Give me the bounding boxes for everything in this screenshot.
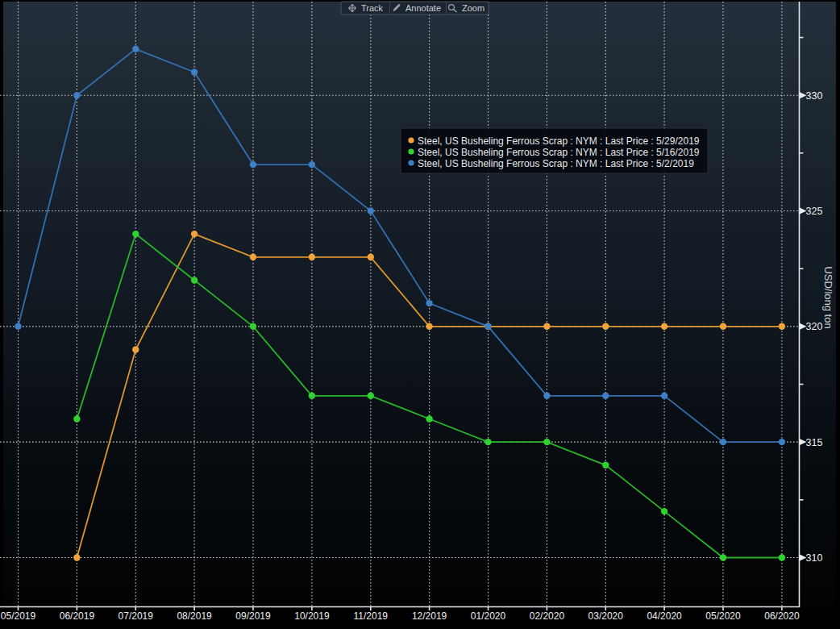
svg-text:06/2020: 06/2020 xyxy=(764,610,800,622)
svg-text:Track: Track xyxy=(361,3,384,13)
svg-text:320: 320 xyxy=(806,321,823,332)
svg-text:330: 330 xyxy=(806,90,823,102)
svg-text:09/2019: 09/2019 xyxy=(235,610,271,622)
svg-text:Annotate: Annotate xyxy=(405,3,441,13)
svg-text:03/2020: 03/2020 xyxy=(588,610,624,622)
svg-text:07/2019: 07/2019 xyxy=(119,610,154,622)
svg-text:08/2019: 08/2019 xyxy=(177,610,212,622)
svg-text:Steel, US Busheling Ferrous Sc: Steel, US Busheling Ferrous Scrap : NYM … xyxy=(418,147,700,158)
svg-text:12/2019: 12/2019 xyxy=(412,610,447,622)
svg-text:Steel, US Busheling Ferrous Sc: Steel, US Busheling Ferrous Scrap : NYM … xyxy=(418,135,700,147)
svg-text:05/2020: 05/2020 xyxy=(705,610,741,622)
svg-text:USD/long ton: USD/long ton xyxy=(822,266,834,328)
svg-text:05/2019: 05/2019 xyxy=(1,610,36,622)
svg-text:02/2020: 02/2020 xyxy=(530,610,565,622)
svg-text:Steel, US Busheling Ferrous Sc: Steel, US Busheling Ferrous Scrap : NYM … xyxy=(418,158,694,169)
svg-text:11/2019: 11/2019 xyxy=(354,610,389,622)
svg-text:325: 325 xyxy=(806,206,823,217)
svg-text:Zoom: Zoom xyxy=(462,3,484,13)
svg-text:01/2020: 01/2020 xyxy=(471,610,506,622)
svg-text:315: 315 xyxy=(806,437,823,448)
svg-text:10/2019: 10/2019 xyxy=(294,610,330,622)
svg-text:310: 310 xyxy=(806,552,823,564)
svg-text:04/2020: 04/2020 xyxy=(647,610,682,622)
svg-text:06/2019: 06/2019 xyxy=(60,610,95,622)
